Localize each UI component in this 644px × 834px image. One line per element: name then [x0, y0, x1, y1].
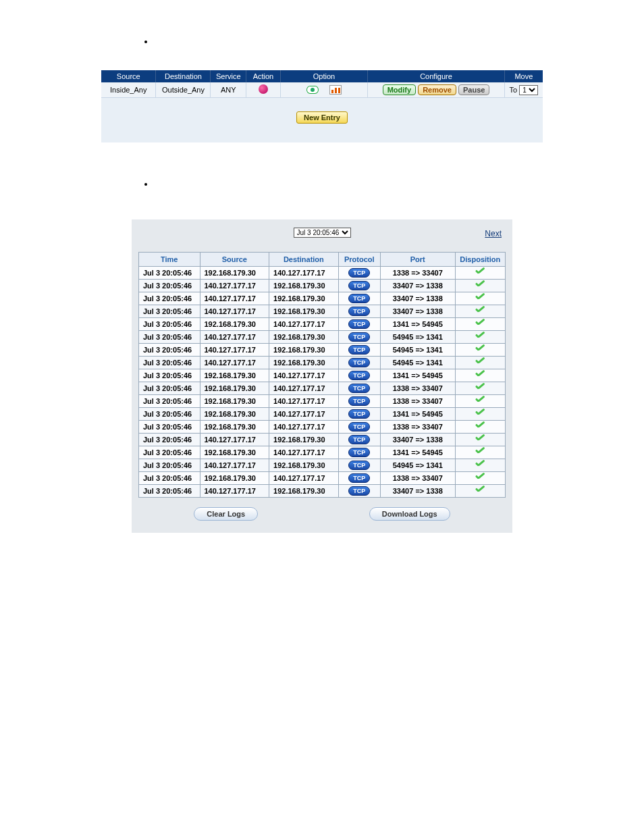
log-table: Time Source Destination Protocol Port Di…: [138, 252, 506, 498]
remove-button[interactable]: Remove: [418, 84, 456, 95]
policy-header-configure: Configure: [368, 70, 504, 82]
next-page-link[interactable]: Next: [485, 229, 502, 238]
log-source: 140.127.177.17: [200, 280, 269, 292]
log-port: 1338 => 33407: [380, 472, 455, 485]
tcp-badge: TCP: [348, 268, 370, 278]
log-date-select[interactable]: Jul 3 20:05:46: [294, 228, 351, 238]
log-destination: 140.127.177.17: [269, 421, 339, 434]
log-source: 192.168.179.30: [200, 382, 269, 395]
tcp-badge: TCP: [348, 396, 370, 406]
tcp-badge: TCP: [348, 422, 370, 432]
policy-header-move: Move: [504, 70, 543, 82]
accepted-icon: [474, 461, 486, 469]
tcp-badge: TCP: [348, 486, 370, 496]
log-row: Jul 3 20:05:46192.168.179.30140.127.177.…: [139, 446, 506, 459]
log-disposition: [455, 292, 505, 305]
log-port: 54945 => 1341: [380, 357, 455, 369]
log-time: Jul 3 20:05:46: [139, 485, 200, 498]
log-protocol: TCP: [338, 331, 380, 344]
accepted-icon: [474, 294, 486, 302]
log-header-disposition: Disposition: [455, 253, 505, 267]
policy-row: Inside_Any Outside_Any ANY Modify Remove…: [101, 82, 543, 98]
log-header-source: Source: [200, 253, 269, 267]
accepted-icon: [474, 422, 486, 430]
log-port: 54945 => 1341: [380, 331, 455, 344]
log-time: Jul 3 20:05:46: [139, 446, 200, 459]
log-destination: 192.168.179.30: [269, 331, 339, 344]
log-port: 1338 => 33407: [380, 395, 455, 408]
log-disposition: [455, 369, 505, 382]
log-source: 192.168.179.30: [200, 267, 269, 280]
download-logs-button[interactable]: Download Logs: [369, 507, 450, 521]
log-protocol: TCP: [338, 395, 380, 408]
log-disposition: [455, 267, 505, 280]
log-time: Jul 3 20:05:46: [139, 292, 200, 305]
log-disposition: [455, 446, 505, 459]
clear-logs-button[interactable]: Clear Logs: [194, 507, 258, 521]
log-source: 192.168.179.30: [200, 408, 269, 421]
log-disposition: [455, 318, 505, 331]
log-protocol: TCP: [338, 472, 380, 485]
log-source: 140.127.177.17: [200, 292, 269, 305]
log-disposition: [455, 395, 505, 408]
statistics-icon: [329, 85, 342, 95]
log-disposition: [455, 344, 505, 357]
log-row: Jul 3 20:05:46192.168.179.30140.127.177.…: [139, 421, 506, 434]
accepted-icon: [474, 307, 486, 315]
log-row: Jul 3 20:05:46192.168.179.30140.127.177.…: [139, 267, 506, 280]
log-port: 33407 => 1338: [380, 485, 455, 498]
log-source: 192.168.179.30: [200, 472, 269, 485]
policy-header-destination: Destination: [156, 70, 211, 82]
log-time: Jul 3 20:05:46: [139, 395, 200, 408]
log-source: 140.127.177.17: [200, 344, 269, 357]
accepted-icon: [474, 435, 486, 443]
log-port: 1338 => 33407: [380, 421, 455, 434]
tcp-badge: TCP: [348, 332, 370, 342]
log-destination: 140.127.177.17: [269, 395, 339, 408]
log-row: Jul 3 20:05:46140.127.177.17192.168.179.…: [139, 344, 506, 357]
log-row: Jul 3 20:05:46192.168.179.30140.127.177.…: [139, 395, 506, 408]
log-panel: Jul 3 20:05:46 Next Time Source Destinat…: [132, 219, 512, 533]
log-row: Jul 3 20:05:46192.168.179.30140.127.177.…: [139, 318, 506, 331]
log-disposition: [455, 434, 505, 446]
log-source: 140.127.177.17: [200, 357, 269, 369]
log-source: 192.168.179.30: [200, 421, 269, 434]
log-row: Jul 3 20:05:46140.127.177.17192.168.179.…: [139, 331, 506, 344]
log-disposition: [455, 408, 505, 421]
move-select[interactable]: 1: [519, 85, 538, 95]
log-port: 1338 => 33407: [380, 382, 455, 395]
log-row: Jul 3 20:05:46192.168.179.30140.127.177.…: [139, 369, 506, 382]
log-destination: 140.127.177.17: [269, 267, 339, 280]
log-time: Jul 3 20:05:46: [139, 434, 200, 446]
accepted-icon: [474, 371, 486, 379]
log-port: 54945 => 1341: [380, 459, 455, 472]
tcp-badge: TCP: [348, 307, 370, 316]
pause-button[interactable]: Pause: [458, 84, 489, 95]
accepted-icon: [474, 358, 486, 366]
log-disposition: [455, 331, 505, 344]
log-protocol: TCP: [338, 434, 380, 446]
log-protocol: TCP: [338, 485, 380, 498]
policy-option: [280, 82, 368, 98]
log-destination: 192.168.179.30: [269, 485, 339, 498]
log-enabled-icon: [306, 86, 319, 94]
log-time: Jul 3 20:05:46: [139, 331, 200, 344]
log-time: Jul 3 20:05:46: [139, 280, 200, 292]
log-time: Jul 3 20:05:46: [139, 344, 200, 357]
log-disposition: [455, 305, 505, 318]
modify-button[interactable]: Modify: [383, 84, 416, 95]
log-destination: 192.168.179.30: [269, 280, 339, 292]
policy-action: [246, 82, 281, 98]
log-disposition: [455, 459, 505, 472]
new-entry-button[interactable]: New Entry: [296, 111, 348, 124]
log-source: 140.127.177.17: [200, 485, 269, 498]
tcp-badge: TCP: [348, 435, 370, 444]
log-source: 140.127.177.17: [200, 305, 269, 318]
log-port: 54945 => 1341: [380, 344, 455, 357]
log-port: 1341 => 54945: [380, 369, 455, 382]
accepted-icon: [474, 473, 486, 481]
accepted-icon: [474, 319, 486, 328]
log-disposition: [455, 357, 505, 369]
log-row: Jul 3 20:05:46192.168.179.30140.127.177.…: [139, 408, 506, 421]
log-source: 192.168.179.30: [200, 369, 269, 382]
